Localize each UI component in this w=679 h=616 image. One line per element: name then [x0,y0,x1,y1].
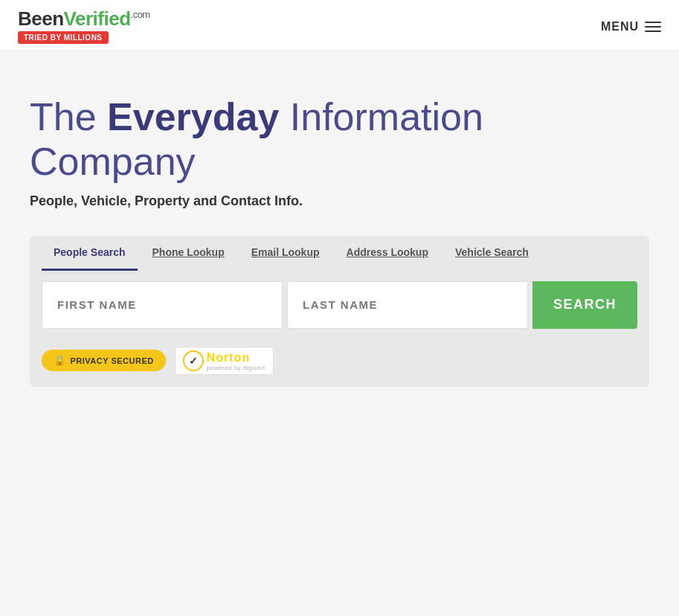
menu-button[interactable]: MENU [601,20,661,33]
logo-com: .com [131,9,150,20]
logo-been: Been [18,7,64,30]
tab-phone-lookup[interactable]: Phone Lookup [141,236,236,271]
tab-people-search[interactable]: People Search [42,236,138,271]
privacy-label: PRIVACY SECURED [71,356,154,365]
hero-title-bold: Everyday [107,95,279,138]
first-name-input[interactable] [42,281,283,329]
last-name-input[interactable] [287,281,528,329]
logo-verified: Verified [64,7,131,30]
tagline-badge: TRIED BY MILLIONS [18,31,109,44]
norton-checkmark-icon: ✓ [183,350,204,371]
menu-label: MENU [601,20,639,33]
norton-text: Norton powered by digicert [207,350,266,372]
hamburger-icon [645,22,661,32]
hero-subtitle: People, Vehicle, Property and Contact In… [30,193,649,209]
tab-vehicle-search[interactable]: Vehicle Search [443,236,541,271]
hero-title: The Everyday Information Company [30,95,649,185]
norton-sub: powered by digicert [207,365,266,372]
search-box: People Search Phone Lookup Email Lookup … [30,236,649,388]
logo-container: BeenVerified.com TRIED BY MILLIONS [18,9,150,44]
search-tabs: People Search Phone Lookup Email Lookup … [30,236,649,271]
search-fields: SEARCH [30,271,649,339]
trust-badges: 🔒 PRIVACY SECURED ✓ Norton powered by di… [30,339,649,388]
search-button[interactable]: SEARCH [532,281,637,329]
lock-icon: 🔒 [54,355,66,366]
logo[interactable]: BeenVerified.com [18,9,150,28]
tab-email-lookup[interactable]: Email Lookup [239,236,332,271]
norton-badge: ✓ Norton powered by digicert [175,347,274,376]
tab-address-lookup[interactable]: Address Lookup [335,236,440,271]
norton-name: Norton [207,350,266,365]
hero-title-part1: The [30,95,107,138]
privacy-badge: 🔒 PRIVACY SECURED [42,350,166,371]
